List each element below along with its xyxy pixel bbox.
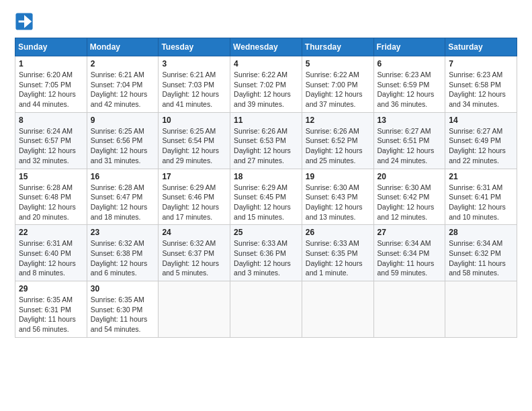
day-info: Sunrise: 6:26 AM Sunset: 6:53 PM Dayligh… bbox=[234, 126, 298, 166]
calendar-day-cell bbox=[373, 281, 445, 338]
day-info: Sunrise: 6:33 AM Sunset: 6:35 PM Dayligh… bbox=[306, 238, 370, 278]
day-number: 1 bbox=[19, 59, 83, 68]
calendar-week-row: 8Sunrise: 6:24 AM Sunset: 6:57 PM Daylig… bbox=[15, 112, 517, 169]
day-number: 16 bbox=[91, 172, 155, 181]
calendar-day-cell bbox=[302, 281, 373, 338]
day-number: 2 bbox=[91, 59, 155, 68]
calendar-day-cell: 15Sunrise: 6:28 AM Sunset: 6:48 PM Dayli… bbox=[15, 169, 87, 225]
day-info: Sunrise: 6:29 AM Sunset: 6:45 PM Dayligh… bbox=[234, 183, 298, 222]
day-number: 28 bbox=[449, 228, 513, 237]
calendar-day-cell bbox=[159, 281, 230, 338]
day-info: Sunrise: 6:27 AM Sunset: 6:51 PM Dayligh… bbox=[378, 126, 442, 166]
day-info: Sunrise: 6:22 AM Sunset: 7:00 PM Dayligh… bbox=[306, 70, 370, 109]
day-number: 30 bbox=[91, 284, 155, 293]
day-info: Sunrise: 6:34 AM Sunset: 6:34 PM Dayligh… bbox=[378, 238, 442, 278]
day-number: 24 bbox=[162, 228, 226, 237]
day-number: 9 bbox=[91, 116, 155, 125]
calendar-day-cell: 16Sunrise: 6:28 AM Sunset: 6:47 PM Dayli… bbox=[87, 169, 159, 225]
day-number: 21 bbox=[449, 172, 513, 181]
page-header bbox=[15, 12, 517, 31]
day-info: Sunrise: 6:27 AM Sunset: 6:49 PM Dayligh… bbox=[449, 126, 513, 166]
calendar-day-cell: 4Sunrise: 6:22 AM Sunset: 7:02 PM Daylig… bbox=[230, 56, 302, 113]
weekday-header-cell: Friday bbox=[373, 38, 445, 56]
calendar-day-cell: 18Sunrise: 6:29 AM Sunset: 6:45 PM Dayli… bbox=[230, 169, 302, 225]
day-number: 26 bbox=[306, 228, 370, 237]
calendar-day-cell: 5Sunrise: 6:22 AM Sunset: 7:00 PM Daylig… bbox=[302, 56, 373, 113]
day-number: 10 bbox=[162, 116, 226, 125]
day-info: Sunrise: 6:33 AM Sunset: 6:36 PM Dayligh… bbox=[234, 238, 298, 278]
day-number: 5 bbox=[306, 59, 370, 68]
day-number: 8 bbox=[19, 116, 83, 125]
weekday-header-cell: Sunday bbox=[15, 38, 87, 56]
day-number: 11 bbox=[234, 116, 298, 125]
day-number: 22 bbox=[19, 228, 83, 237]
day-number: 17 bbox=[162, 172, 226, 181]
day-number: 23 bbox=[91, 228, 155, 237]
weekday-header-row: SundayMondayTuesdayWednesdayThursdayFrid… bbox=[15, 38, 517, 56]
day-info: Sunrise: 6:21 AM Sunset: 7:03 PM Dayligh… bbox=[162, 70, 226, 109]
calendar-day-cell: 23Sunrise: 6:32 AM Sunset: 6:38 PM Dayli… bbox=[87, 225, 159, 281]
calendar-day-cell bbox=[230, 281, 302, 338]
day-number: 27 bbox=[378, 228, 442, 237]
calendar-body: 1Sunrise: 6:20 AM Sunset: 7:05 PM Daylig… bbox=[15, 56, 517, 338]
calendar-week-row: 15Sunrise: 6:28 AM Sunset: 6:48 PM Dayli… bbox=[15, 169, 517, 225]
calendar-day-cell: 19Sunrise: 6:30 AM Sunset: 6:43 PM Dayli… bbox=[302, 169, 373, 225]
weekday-header-cell: Thursday bbox=[302, 38, 373, 56]
day-info: Sunrise: 6:25 AM Sunset: 6:56 PM Dayligh… bbox=[91, 126, 155, 166]
day-number: 3 bbox=[162, 59, 226, 68]
day-info: Sunrise: 6:35 AM Sunset: 6:30 PM Dayligh… bbox=[91, 295, 155, 334]
day-info: Sunrise: 6:32 AM Sunset: 6:37 PM Dayligh… bbox=[162, 238, 226, 278]
day-info: Sunrise: 6:23 AM Sunset: 6:59 PM Dayligh… bbox=[378, 70, 442, 109]
calendar-day-cell: 30Sunrise: 6:35 AM Sunset: 6:30 PM Dayli… bbox=[87, 281, 159, 338]
day-number: 20 bbox=[378, 172, 442, 181]
day-info: Sunrise: 6:21 AM Sunset: 7:04 PM Dayligh… bbox=[91, 70, 155, 109]
calendar-week-row: 29Sunrise: 6:35 AM Sunset: 6:31 PM Dayli… bbox=[15, 281, 517, 338]
day-number: 18 bbox=[234, 172, 298, 181]
day-info: Sunrise: 6:31 AM Sunset: 6:41 PM Dayligh… bbox=[449, 183, 513, 222]
day-info: Sunrise: 6:28 AM Sunset: 6:48 PM Dayligh… bbox=[19, 183, 83, 222]
calendar-day-cell: 24Sunrise: 6:32 AM Sunset: 6:37 PM Dayli… bbox=[159, 225, 230, 281]
calendar-day-cell: 13Sunrise: 6:27 AM Sunset: 6:51 PM Dayli… bbox=[373, 112, 445, 169]
day-info: Sunrise: 6:29 AM Sunset: 6:46 PM Dayligh… bbox=[162, 183, 226, 222]
day-info: Sunrise: 6:25 AM Sunset: 6:54 PM Dayligh… bbox=[162, 126, 226, 166]
logo bbox=[15, 12, 36, 31]
day-number: 13 bbox=[378, 116, 442, 125]
day-info: Sunrise: 6:24 AM Sunset: 6:57 PM Dayligh… bbox=[19, 126, 83, 166]
calendar-day-cell: 10Sunrise: 6:25 AM Sunset: 6:54 PM Dayli… bbox=[159, 112, 230, 169]
calendar-day-cell: 9Sunrise: 6:25 AM Sunset: 6:56 PM Daylig… bbox=[87, 112, 159, 169]
calendar-page: SundayMondayTuesdayWednesdayThursdayFrid… bbox=[0, 0, 532, 411]
day-info: Sunrise: 6:32 AM Sunset: 6:38 PM Dayligh… bbox=[91, 238, 155, 278]
day-info: Sunrise: 6:26 AM Sunset: 6:52 PM Dayligh… bbox=[306, 126, 370, 166]
calendar-day-cell: 3Sunrise: 6:21 AM Sunset: 7:03 PM Daylig… bbox=[159, 56, 230, 113]
weekday-header-cell: Wednesday bbox=[230, 38, 302, 56]
day-number: 29 bbox=[19, 284, 83, 293]
calendar-day-cell: 22Sunrise: 6:31 AM Sunset: 6:40 PM Dayli… bbox=[15, 225, 87, 281]
day-info: Sunrise: 6:22 AM Sunset: 7:02 PM Dayligh… bbox=[234, 70, 298, 109]
calendar-week-row: 22Sunrise: 6:31 AM Sunset: 6:40 PM Dayli… bbox=[15, 225, 517, 281]
day-info: Sunrise: 6:28 AM Sunset: 6:47 PM Dayligh… bbox=[91, 183, 155, 222]
calendar-day-cell: 25Sunrise: 6:33 AM Sunset: 6:36 PM Dayli… bbox=[230, 225, 302, 281]
day-info: Sunrise: 6:23 AM Sunset: 6:58 PM Dayligh… bbox=[449, 70, 513, 109]
weekday-header-cell: Saturday bbox=[445, 38, 517, 56]
calendar-week-row: 1Sunrise: 6:20 AM Sunset: 7:05 PM Daylig… bbox=[15, 56, 517, 113]
day-info: Sunrise: 6:35 AM Sunset: 6:31 PM Dayligh… bbox=[19, 295, 83, 334]
day-info: Sunrise: 6:30 AM Sunset: 6:42 PM Dayligh… bbox=[378, 183, 442, 222]
day-number: 14 bbox=[449, 116, 513, 125]
calendar-table: SundayMondayTuesdayWednesdayThursdayFrid… bbox=[15, 38, 517, 338]
calendar-day-cell: 12Sunrise: 6:26 AM Sunset: 6:52 PM Dayli… bbox=[302, 112, 373, 169]
calendar-day-cell: 1Sunrise: 6:20 AM Sunset: 7:05 PM Daylig… bbox=[15, 56, 87, 113]
day-number: 6 bbox=[378, 59, 442, 68]
calendar-day-cell: 17Sunrise: 6:29 AM Sunset: 6:46 PM Dayli… bbox=[159, 169, 230, 225]
logo-icon bbox=[15, 12, 34, 31]
day-number: 7 bbox=[449, 59, 513, 68]
calendar-day-cell: 8Sunrise: 6:24 AM Sunset: 6:57 PM Daylig… bbox=[15, 112, 87, 169]
weekday-header-cell: Tuesday bbox=[159, 38, 230, 56]
weekday-header-cell: Monday bbox=[87, 38, 159, 56]
calendar-day-cell: 11Sunrise: 6:26 AM Sunset: 6:53 PM Dayli… bbox=[230, 112, 302, 169]
day-number: 19 bbox=[306, 172, 370, 181]
calendar-day-cell: 29Sunrise: 6:35 AM Sunset: 6:31 PM Dayli… bbox=[15, 281, 87, 338]
calendar-day-cell: 26Sunrise: 6:33 AM Sunset: 6:35 PM Dayli… bbox=[302, 225, 373, 281]
calendar-day-cell: 20Sunrise: 6:30 AM Sunset: 6:42 PM Dayli… bbox=[373, 169, 445, 225]
day-info: Sunrise: 6:34 AM Sunset: 6:32 PM Dayligh… bbox=[449, 238, 513, 278]
calendar-day-cell: 7Sunrise: 6:23 AM Sunset: 6:58 PM Daylig… bbox=[445, 56, 517, 113]
